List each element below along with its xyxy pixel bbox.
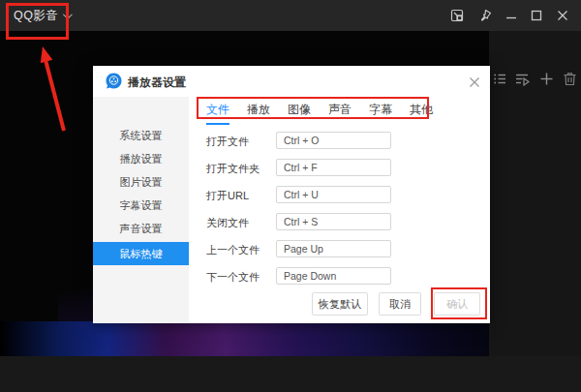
hotkey-row: 打开文件夹 [206,159,477,176]
dialog-header: 播放器设置 [93,66,490,97]
mini-mode-icon[interactable] [444,0,470,31]
player-settings-dialog: 播放器设置 系统设置 播放设置 图片设置 字幕设置 声音设置 鼠标热键 文件 播… [93,66,490,323]
hotkey-label: 关闭文件 [206,216,249,230]
hotkey-label: 打开文件 [206,135,249,149]
hotkey-label: 打开文件夹 [206,162,260,176]
sidebar-item-subtitle[interactable]: 字幕设置 [93,194,189,217]
sidebar-item-image[interactable]: 图片设置 [93,170,189,194]
sidebar-item-playback[interactable]: 播放设置 [93,147,189,170]
minimize-icon[interactable] [499,0,524,31]
playback-control-bar [0,356,581,392]
dialog-title: 播放器设置 [128,75,186,91]
tab-sound[interactable]: 声音 [328,102,352,125]
hotkey-row: 上一个文件 [206,240,477,257]
chevron-down-icon [63,10,73,19]
video-frame-gradient [0,321,489,356]
sidebar-item-sound[interactable]: 声音设置 [93,217,189,240]
hotkey-input-prev-file[interactable] [276,240,391,257]
hotkey-row: 打开URL [206,186,477,203]
pin-icon[interactable] [473,0,498,31]
settings-sidebar: 系统设置 播放设置 图片设置 字幕设置 声音设置 鼠标热键 [93,97,189,323]
hotkey-label: 上一个文件 [206,243,260,257]
dialog-close-icon[interactable] [465,73,484,92]
app-title: QQ影音 [14,8,58,24]
hotkey-label: 下一个文件 [206,270,260,285]
hotkey-row: 下一个文件 [206,267,477,285]
sidebar-item-system[interactable]: 系统设置 [93,124,189,147]
hotkey-input-open-file[interactable] [276,132,391,149]
hotkey-input-open-url[interactable] [276,186,391,203]
hotkey-label: 打开URL [206,189,249,203]
playlist-panel [489,31,581,356]
play-order-icon[interactable] [511,68,533,89]
dialog-button-row: 恢复默认 取消 确认 [189,292,490,323]
tab-image[interactable]: 图像 [288,102,311,125]
cancel-button[interactable]: 取消 [379,292,421,316]
close-window-icon[interactable] [550,0,575,31]
titlebar: QQ影音 [0,0,581,31]
hotkey-input-next-file[interactable] [276,267,391,285]
hotkey-tabs: 文件 播放 图像 声音 字幕 其他 [206,102,433,125]
restore-defaults-button[interactable]: 恢复默认 [312,292,368,316]
app-main-menu[interactable]: QQ影音 [14,0,70,31]
hotkey-input-open-folder[interactable] [276,159,391,176]
maximize-icon[interactable] [524,0,549,31]
confirm-button[interactable]: 确认 [434,292,480,316]
app-window: QQ影音 [0,0,581,392]
delete-icon[interactable] [559,68,580,89]
tab-play[interactable]: 播放 [247,102,270,125]
tab-other[interactable]: 其他 [410,102,433,125]
tab-file[interactable]: 文件 [206,102,229,125]
add-icon[interactable] [535,68,557,89]
hotkey-row: 打开文件 [206,132,477,149]
detail-list-icon[interactable] [489,68,510,89]
hotkey-input-close-file[interactable] [276,213,391,230]
qq-player-logo-icon [106,73,122,89]
sidebar-item-hotkeys[interactable]: 鼠标热键 [93,242,189,265]
tab-subtitle[interactable]: 字幕 [369,102,392,125]
hotkey-row: 关闭文件 [206,213,477,230]
settings-content: 文件 播放 图像 声音 字幕 其他 打开文件 打开文件夹 打开URL 关闭文件 [189,97,490,323]
